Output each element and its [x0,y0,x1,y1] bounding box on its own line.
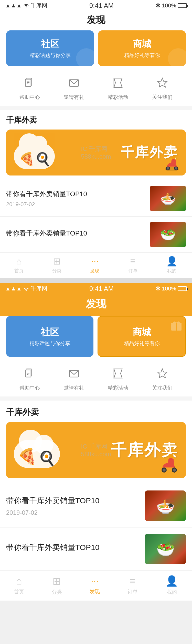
community-card-2[interactable]: 社区 精彩话题与你分享 [6,316,93,357]
watermark-1: IC 千库网588ku.com [81,145,111,160]
article-thumb-1 [150,186,186,211]
activity-icon-2 [109,365,127,382]
icon-menu-1: 帮助中心 邀请有礼 精彩活动 [0,71,192,106]
food-emoji-1: 🍕🍳 [19,152,51,167]
article-content-3: 带你看千库外卖销量TOP10 2019-07-02 [6,496,140,516]
article-item-3[interactable]: 带你看千库外卖销量TOP10 2019-07-02 🍜 [0,484,192,528]
status-bar-2: ▲▲▲ 千库网 9:41 AM ✱ 100% [0,283,192,294]
svg-marker-7 [114,78,122,87]
section-title-2: 千库外卖 [0,401,192,422]
community-title-2: 社区 [41,326,59,338]
banner-illustration-1: 🍕🍳 [14,133,65,172]
article-date-3: 2019-07-02 [6,509,140,516]
nav-discover-2[interactable]: ··· 发现 [90,576,100,595]
carrier-1: 千库网 [30,2,47,9]
nav-category-2[interactable]: ⊞ 分类 [52,575,62,595]
discover-label-2: 发现 [90,588,100,595]
battery-pct-1: 100% [162,2,176,9]
signal-icon: ▲▲▲ [5,2,22,9]
nav-category-1[interactable]: ⊞ 分类 [52,256,61,274]
divider-2 [0,396,192,401]
follow-label-2: 关注我们 [152,384,173,391]
screen-separator [0,278,192,283]
profile-icon-1: 👤 [166,256,178,267]
svg-point-32 [173,469,176,472]
community-card-1[interactable]: 社区 精彩话题与你分享 [6,30,94,66]
watermark-2: IC 千库网588ku.com [81,442,111,458]
nav-order-2[interactable]: ≡ 订单 [127,575,138,595]
shop-subtitle-1: 精品好礼等着你 [124,52,160,59]
shop-card-2[interactable]: 商城 精品好礼等着你 [98,316,186,357]
nav-home-2[interactable]: ⌂ 首页 [14,575,24,595]
nav-profile-1[interactable]: 👤 我的 [166,256,178,274]
article-content-2: 带你看千库外卖销量TOP10 [6,229,145,240]
article-thumb-4: 🥗 [145,534,186,564]
wifi-icon-2 [23,286,29,291]
status-right-1: ✱ 100% [156,2,187,9]
menu-item-follow-1[interactable]: 关注我们 [152,74,173,101]
menu-item-activity-1[interactable]: 精彩活动 [108,74,128,101]
menu-item-follow-2[interactable]: 关注我们 [152,365,173,391]
gift-decor-icon [170,319,183,332]
signal-icon-2: ▲▲▲ [5,285,22,292]
status-left-2: ▲▲▲ 千库网 [5,285,47,292]
svg-marker-28 [158,369,167,378]
article-item-1[interactable]: 带你看千库外卖销量TOP10 2019-07-02 [0,181,192,217]
menu-item-invite-1[interactable]: 邀请有礼 [64,74,84,101]
time-2: 9:41 AM [89,285,114,293]
article-date-1: 2019-07-02 [6,201,145,208]
nav-home-1[interactable]: ⌂ 首页 [14,256,24,274]
rider-icon-2 [158,450,181,476]
profile-label-2: 我的 [167,589,177,595]
category-label-1: 分类 [52,268,61,274]
invite-icon-2 [65,365,83,382]
bluetooth-icon-1: ✱ [156,2,160,9]
help-label-1: 帮助中心 [19,94,40,101]
svg-point-16 [26,290,27,291]
category-icon-2: ⊞ [52,575,61,587]
banner-illustration-2: 🍕 🍳 [14,427,70,473]
category-icon-1: ⊞ [53,256,61,267]
article-thumb-2 [150,222,186,247]
article-item-4[interactable]: 带你看千库外卖销量TOP10 🥗 [0,528,192,571]
wifi-icon [23,2,29,9]
page-title-1: 发现 [0,11,192,30]
home-label-1: 首页 [14,268,24,274]
menu-item-activity-2[interactable]: 精彩活动 [108,365,128,391]
nav-profile-2[interactable]: 👤 我的 [165,575,178,595]
article-title-1: 带你看千库外卖销量TOP10 [6,190,145,198]
shop-card-1[interactable]: 商城 精品好礼等着你 [98,30,186,66]
screen-2: ▲▲▲ 千库网 9:41 AM ✱ 100% 发现 社区 精彩话题与你分享 商城… [0,283,192,601]
home-icon-2: ⌂ [16,575,22,587]
menu-item-help-2[interactable]: 帮助中心 [19,365,40,391]
follow-icon-1 [153,74,171,92]
carrier-2: 千库网 [30,285,47,292]
time-1: 9:41 AM [89,2,114,10]
profile-label-1: 我的 [167,268,176,274]
menu-item-invite-2[interactable]: 邀请有礼 [64,365,84,391]
help-icon-1 [21,74,39,92]
status-left-1: ▲▲▲ 千库网 [5,2,47,9]
article-title-3: 带你看千库外卖销量TOP10 [6,496,140,506]
page-title-2: 发现 [0,294,192,316]
svg-point-30 [163,469,166,472]
nav-discover-1[interactable]: ··· 发现 [90,256,99,274]
shop-title-1: 商城 [133,38,151,50]
discover-icon-1: ··· [91,256,99,267]
svg-point-14 [175,167,177,170]
shop-subtitle-2: 精品好礼等着你 [124,340,160,347]
community-subtitle-1: 精彩话题与你分享 [30,52,71,59]
help-icon-2 [21,365,39,382]
profile-icon-2: 👤 [165,575,178,587]
svg-marker-9 [158,78,167,87]
discover-label-1: 发现 [90,268,99,274]
article-item-2[interactable]: 带你看千库外卖销量TOP10 [0,217,192,253]
bottom-nav-1: ⌂ 首页 ⊞ 分类 ··· 发现 ≡ 订单 👤 我的 [0,253,192,278]
menu-item-help-1[interactable]: 帮助中心 [19,74,40,101]
food-image-2 [150,222,186,247]
nav-order-1[interactable]: ≡ 订单 [128,256,137,274]
food-emoji-2: 🍕 [18,447,37,465]
order-icon-2: ≡ [130,575,135,587]
svg-point-12 [167,167,169,170]
food-image-3: 🍜 [145,490,186,521]
